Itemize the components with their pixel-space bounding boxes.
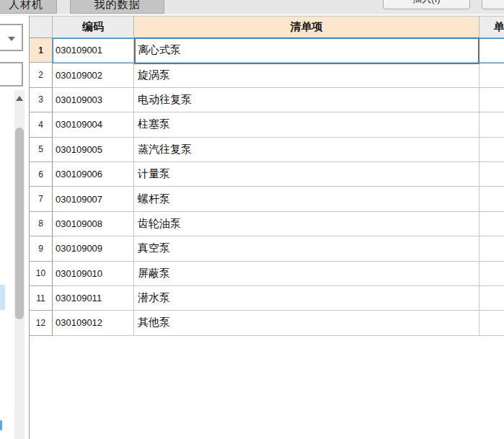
table-body: 1030109001离心式泵2030109002旋涡泵3030109003电动往… — [30, 38, 504, 336]
tab-my-data[interactable]: 我的数据 — [70, 0, 164, 14]
left-panel — [0, 16, 29, 439]
table-row[interactable]: 6030109006计量泵 — [30, 162, 504, 187]
cell-code[interactable]: 030109004 — [53, 112, 134, 137]
cell-item[interactable]: 螺杆泵 — [134, 187, 479, 211]
cell-num[interactable]: 9 — [30, 236, 53, 261]
cell-unit[interactable] — [479, 38, 504, 63]
cell-num[interactable]: 12 — [30, 311, 53, 335]
header-cell-item[interactable]: 清单项 — [134, 17, 479, 38]
cell-code[interactable]: 030109011 — [53, 286, 134, 311]
cell-unit[interactable] — [479, 262, 504, 286]
scroll-up-arrow-icon[interactable] — [16, 96, 23, 101]
cell-item[interactable]: 其他泵 — [134, 311, 479, 335]
cell-code[interactable]: 030109009 — [53, 236, 134, 261]
cell-item[interactable]: 离心式泵 — [134, 38, 479, 63]
cell-num[interactable]: 11 — [30, 286, 53, 311]
cell-num[interactable]: 7 — [30, 187, 53, 211]
cell-unit[interactable] — [479, 162, 504, 187]
search-input[interactable] — [0, 62, 23, 87]
cell-unit[interactable] — [479, 212, 504, 236]
cell-item[interactable]: 柱塞泵 — [134, 112, 479, 137]
filter-dropdown[interactable] — [0, 24, 23, 51]
cell-unit[interactable] — [479, 311, 504, 335]
cell-code[interactable]: 030109008 — [53, 212, 134, 236]
cell-code[interactable]: 030109003 — [53, 88, 134, 112]
cell-num[interactable]: 2 — [30, 63, 53, 87]
table-row[interactable]: 10030109010屏蔽泵 — [30, 262, 504, 286]
list-selected-item-fragment[interactable] — [0, 285, 5, 310]
cell-code[interactable]: 030109006 — [53, 162, 134, 187]
table-header-row: 编码 清单项 单位 — [30, 16, 504, 38]
cell-unit[interactable] — [479, 112, 504, 137]
scrollbar-thumb[interactable] — [15, 128, 24, 319]
cell-item[interactable]: 真空泵 — [134, 236, 479, 261]
cell-num[interactable]: 5 — [30, 138, 53, 162]
cell-code[interactable]: 030109001 — [53, 38, 134, 63]
header-cell-num[interactable] — [30, 17, 53, 38]
tab-rencaiji-label: 人材机 — [9, 0, 43, 12]
cell-unit[interactable] — [479, 286, 504, 311]
cell-item[interactable]: 潜水泵 — [134, 286, 479, 311]
cell-item[interactable]: 旋涡泵 — [134, 63, 479, 87]
cutoff-button[interactable] — [482, 0, 504, 9]
cell-item[interactable]: 蒸汽往复泵 — [134, 138, 479, 162]
cell-item[interactable]: 电动往复泵 — [134, 88, 479, 112]
table-row[interactable]: 12030109012其他泵 — [30, 311, 504, 335]
cell-unit[interactable] — [479, 138, 504, 162]
header-item-label: 清单项 — [291, 20, 323, 34]
table-row[interactable]: 8030109008齿轮油泵 — [30, 212, 504, 236]
header-cell-unit[interactable]: 单位 — [479, 17, 504, 38]
insert-button-label: 插入(I) — [412, 0, 440, 6]
table-row[interactable]: 5030109005蒸汽往复泵 — [30, 138, 504, 162]
cell-code[interactable]: 030109005 — [53, 138, 134, 162]
tab-my-data-label: 我的数据 — [94, 0, 141, 12]
cell-item[interactable]: 计量泵 — [134, 162, 479, 187]
cell-num[interactable]: 8 — [30, 212, 53, 236]
cell-num[interactable]: 10 — [30, 262, 53, 286]
cell-code[interactable]: 030109007 — [53, 187, 134, 211]
table-row[interactable]: 7030109007螺杆泵 — [30, 187, 504, 211]
insert-button[interactable]: 插入(I) — [383, 0, 470, 9]
table-row[interactable]: 1030109001离心式泵 — [30, 38, 504, 63]
cell-unit[interactable] — [479, 63, 504, 87]
table-row[interactable]: 9030109009真空泵 — [30, 236, 504, 261]
top-tab-strip: 人材机 我的数据 插入(I) — [0, 0, 504, 14]
cell-item[interactable]: 屏蔽泵 — [134, 262, 479, 286]
header-cell-code[interactable]: 编码 — [53, 17, 134, 38]
cell-unit[interactable] — [479, 88, 504, 112]
cell-code[interactable]: 030109002 — [53, 63, 134, 87]
cutoff-link-fragment — [0, 420, 2, 430]
cell-code[interactable]: 030109010 — [53, 262, 134, 286]
header-code-label: 编码 — [82, 20, 104, 34]
cell-num[interactable]: 4 — [30, 112, 53, 137]
cell-unit[interactable] — [479, 187, 504, 211]
cell-item[interactable]: 齿轮油泵 — [134, 212, 479, 236]
chevron-down-icon — [8, 37, 15, 41]
list-item-table: 编码 清单项 单位 1030109001离心式泵2030109002旋涡泵303… — [29, 16, 504, 439]
cell-code[interactable]: 030109012 — [53, 311, 134, 335]
table-row[interactable]: 11030109011潜水泵 — [30, 286, 504, 311]
cell-num[interactable]: 1 — [30, 38, 53, 63]
table-row[interactable]: 3030109003电动往复泵 — [30, 88, 504, 112]
cell-num[interactable]: 3 — [30, 88, 53, 112]
header-unit-label: 单位 — [494, 20, 504, 34]
tab-rencaiji[interactable]: 人材机 — [0, 0, 57, 14]
table-row[interactable]: 4030109004柱塞泵 — [30, 112, 504, 137]
cell-unit[interactable] — [479, 236, 504, 261]
list-vertical-scrollbar[interactable] — [14, 90, 25, 439]
table-row[interactable]: 2030109002旋涡泵 — [30, 63, 504, 87]
cell-num[interactable]: 6 — [30, 162, 53, 187]
